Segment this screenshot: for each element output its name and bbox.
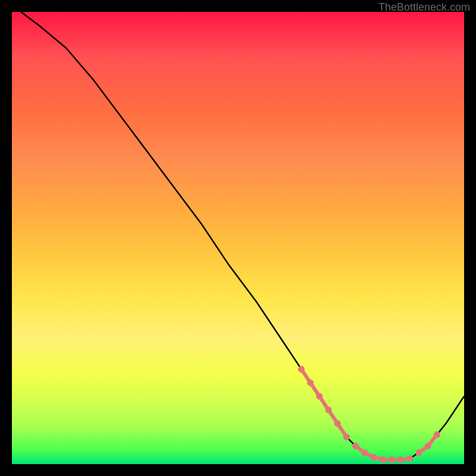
- attribution-text: TheBottleneck.com: [378, 1, 470, 14]
- gradient-background: [12, 12, 464, 464]
- plot-area: [12, 12, 464, 464]
- chart-container: [12, 12, 464, 464]
